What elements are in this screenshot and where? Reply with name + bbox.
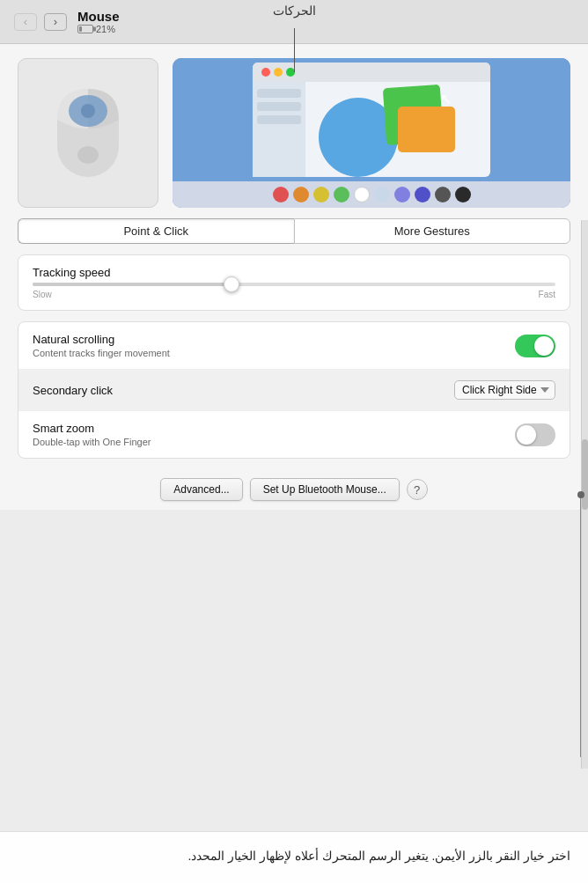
tab-more-gestures[interactable]: More Gestures: [294, 218, 571, 244]
scrollbar-thumb[interactable]: [582, 439, 588, 510]
svg-rect-17: [398, 107, 455, 152]
callout-dot: [577, 491, 584, 498]
mouse-image-box: [18, 58, 158, 208]
smart-zoom-knob: [517, 425, 536, 445]
bottom-buttons: Advanced... Set Up Bluetooth Mouse... ?: [18, 469, 570, 510]
smart-zoom-left: Smart zoom Double-tap with One Finger: [33, 422, 515, 447]
svg-rect-13: [257, 102, 301, 111]
color-dot-green[interactable]: [334, 187, 349, 202]
annotation-area: اختر خيار النقر بالزر الأيمن. يتغير الرس…: [0, 831, 588, 883]
slider-thumb[interactable]: [224, 276, 239, 292]
settings-container: Tracking speed Slow Fast: [0, 254, 588, 510]
color-dot-darkgray[interactable]: [435, 187, 451, 202]
toggle-knob: [534, 336, 554, 356]
tab-section: Point & Click More Gestures: [0, 218, 588, 254]
smart-zoom-row: Smart zoom Double-tap with One Finger: [18, 411, 570, 458]
svg-rect-12: [257, 89, 301, 98]
color-dots-bar: [173, 181, 570, 208]
smart-zoom-label: Smart zoom: [33, 422, 515, 435]
color-dot-orange[interactable]: [293, 187, 309, 202]
main-content: ↖ Point & Click More Gestures: [0, 44, 588, 510]
color-dot-yellow[interactable]: [313, 187, 329, 202]
mouse-illustration: [48, 71, 128, 195]
tracking-speed-row: Tracking speed Slow Fast: [18, 255, 570, 310]
bluetooth-button[interactable]: Set Up Bluetooth Mouse...: [250, 478, 400, 501]
battery-fill: [79, 26, 82, 32]
interactions-section: Natural scrolling Content tracks finger …: [18, 321, 570, 459]
svg-point-9: [274, 68, 283, 77]
smart-zoom-sublabel: Double-tap with One Finger: [33, 437, 515, 447]
battery-icon: [77, 25, 93, 33]
preview-screen-svg: ↖: [173, 58, 570, 181]
battery-info: 21%: [77, 24, 120, 34]
secondary-click-row: Secondary click Click Right Side Click L…: [18, 370, 570, 411]
color-dot-lightblue[interactable]: [374, 187, 390, 202]
svg-rect-14: [257, 115, 301, 124]
tracking-speed-slider-container: Slow Fast: [33, 279, 555, 299]
natural-scrolling-sublabel: Content tracks finger movement: [33, 348, 515, 358]
svg-text:↖: ↖: [440, 92, 452, 107]
slider-labels: Slow Fast: [33, 290, 555, 299]
annotation-text: اختر خيار النقر بالزر الأيمن. يتغير الرس…: [187, 849, 570, 863]
color-dot-black[interactable]: [455, 187, 471, 202]
gesture-preview-screen: ↖: [173, 58, 570, 181]
svg-point-8: [261, 68, 270, 77]
tab-point-click[interactable]: Point & Click: [18, 218, 294, 244]
gesture-preview-box: ↖: [173, 58, 570, 208]
svg-point-4: [81, 104, 95, 118]
battery-text: 21%: [96, 24, 115, 34]
slider-slow-label: Slow: [33, 290, 52, 299]
natural-scrolling-toggle[interactable]: [515, 335, 555, 357]
natural-scrolling-left: Natural scrolling Content tracks finger …: [33, 333, 515, 358]
color-dot-purple[interactable]: [394, 187, 410, 202]
svg-point-3: [77, 146, 99, 164]
smart-zoom-toggle[interactable]: [515, 423, 555, 446]
natural-scrolling-row: Natural scrolling Content tracks finger …: [18, 322, 570, 370]
tracking-speed-left: Tracking speed Slow Fast: [33, 266, 555, 299]
help-button[interactable]: ?: [407, 479, 428, 500]
color-dot-white[interactable]: [354, 187, 370, 202]
arabic-header-label: الحركات: [0, 0, 588, 21]
slider-track: [33, 283, 555, 286]
slider-fill: [33, 283, 232, 286]
annotation-line: [294, 28, 295, 72]
color-dot-red[interactable]: [273, 187, 289, 202]
callout-line: [580, 493, 581, 757]
tracking-speed-label: Tracking speed: [33, 266, 555, 279]
advanced-button[interactable]: Advanced...: [160, 478, 242, 501]
secondary-click-dropdown[interactable]: Click Right Side Click Left Side Off: [454, 380, 555, 400]
secondary-click-label: Secondary click: [33, 384, 113, 397]
slider-fast-label: Fast: [539, 290, 555, 299]
natural-scrolling-label: Natural scrolling: [33, 333, 515, 346]
tracking-speed-section: Tracking speed Slow Fast: [18, 254, 570, 311]
color-dot-darkblue[interactable]: [415, 187, 430, 202]
